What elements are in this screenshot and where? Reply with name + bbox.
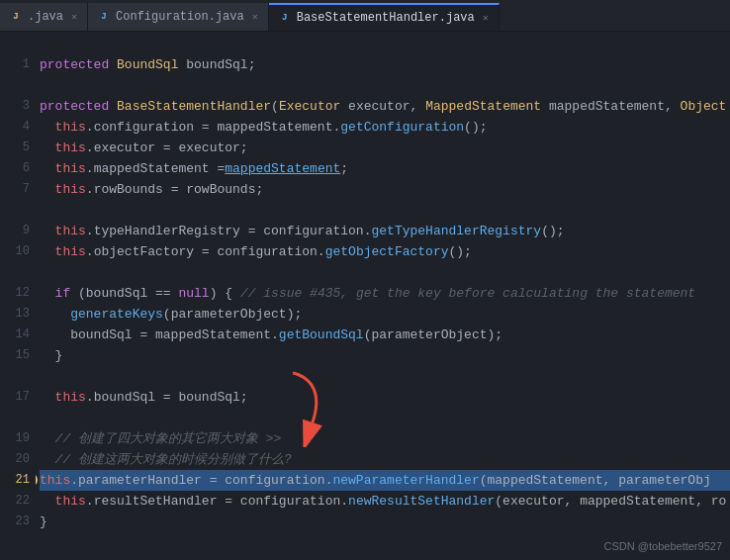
keyword: protected (40, 96, 109, 117)
code-token: newParameterHandler (332, 470, 479, 491)
code-token (40, 387, 55, 408)
keyword: null (178, 283, 209, 304)
tab-label: Configuration.java (116, 10, 244, 24)
code-token: mappedStatement, (541, 96, 680, 117)
code-line: this .mappedStatement = mappedStatement … (40, 158, 730, 179)
code-line (40, 75, 730, 96)
code-token: .objectFactory = configuration. (86, 241, 325, 262)
code-token: } (40, 345, 62, 366)
code-line: if (boundSql == null ) { // issue #435, … (40, 283, 730, 304)
tab-close[interactable]: ✕ (483, 12, 489, 24)
code-line: // 创建这两大对象的时候分别做了什么? (40, 449, 730, 470)
code-token (109, 54, 117, 75)
code-token: (mappedStatement, parameterObj (480, 470, 711, 491)
tab-close[interactable]: ✕ (252, 11, 258, 23)
code-token: this (55, 221, 86, 241)
watermark: CSDN @tobebetter9527 (604, 540, 722, 552)
ln: 10 (0, 241, 30, 262)
code-token (40, 221, 55, 241)
code-line: } (40, 512, 730, 532)
code-token: this (55, 241, 86, 262)
code-line: protected BoundSql boundSql; (40, 54, 730, 75)
tab-bar: J .java ✕ J Configuration.java ✕ J BaseS… (0, 0, 730, 32)
code-line: // 创建了四大对象的其它两大对象 >> (40, 428, 730, 449)
ln: 23 (0, 512, 30, 532)
code-token: .rowBounds = rowBounds; (86, 179, 263, 200)
code-token: (parameterObject); (163, 304, 302, 325)
code-token (109, 96, 117, 117)
code-token (40, 491, 55, 512)
code-token[interactable]: mappedStatement (225, 158, 340, 179)
ln: 6 (0, 158, 30, 179)
code-token: this (55, 117, 86, 138)
ln: 22 (0, 491, 30, 512)
ln: 17 (0, 387, 30, 408)
code-token: } (40, 512, 47, 532)
code-line: this .rowBounds = rowBounds; (40, 179, 730, 200)
code-token: getObjectFactory (325, 241, 449, 262)
code-token: (parameterObject); (364, 325, 502, 345)
code-token: getConfiguration (340, 117, 464, 138)
code-line: this .boundSql = boundSql; (40, 387, 730, 408)
code-token (40, 283, 55, 304)
line-numbers: 1 3 4 5 6 7 9 10 12 13 14 15 17 19 20 21… (0, 32, 36, 560)
code-line (40, 408, 730, 428)
ln: 4 (0, 117, 30, 138)
code-line: } (40, 345, 730, 366)
code-token: .typeHandlerRegistry = configuration. (86, 221, 372, 241)
code-token: newResultSetHandler (348, 491, 495, 512)
ln: 20 (0, 449, 30, 470)
tab-java[interactable]: J .java ✕ (0, 3, 88, 31)
code-token: executor, (340, 96, 425, 117)
code-token: .executor = executor; (86, 138, 248, 158)
code-token: this (55, 179, 86, 200)
code-token (40, 179, 55, 200)
tab-configuration[interactable]: J Configuration.java ✕ (88, 3, 269, 31)
code-token: Executor (279, 96, 340, 117)
java-icon: J (279, 12, 291, 24)
code-line: protected BaseStatementHandler ( Executo… (40, 96, 730, 117)
keyword: protected (40, 54, 109, 75)
code-token: BaseStatementHandler (117, 96, 271, 117)
ln (0, 366, 30, 387)
code-token: ( (271, 96, 279, 117)
code-line: this .resultSetHandler = configuration. … (40, 491, 730, 512)
code-token: getTypeHandlerRegistry (371, 221, 541, 241)
code-token: (); (464, 117, 487, 138)
code-token: (); (541, 221, 564, 241)
code-token: generateKeys (70, 304, 163, 325)
code-line (40, 34, 730, 54)
code-token: boundSql = mappedStatement. (40, 325, 279, 345)
code-token: .parameterHandler = configuration. (70, 470, 332, 491)
ln: 21 (0, 470, 30, 491)
ln (0, 34, 30, 54)
ln (0, 262, 30, 283)
ln (0, 75, 30, 96)
code-token (40, 158, 55, 179)
code-token (40, 304, 70, 325)
comment: // 创建了四大对象的其它两大对象 >> (40, 428, 281, 449)
editor-wrapper: protected BoundSql boundSql; protected B… (36, 32, 730, 560)
code-token: getBoundSql (279, 325, 364, 345)
java-icon: J (98, 11, 110, 23)
keyword: if (55, 283, 71, 304)
tab-close[interactable]: ✕ (71, 11, 77, 23)
code-token (40, 241, 55, 262)
ln: 3 (0, 96, 30, 117)
ln: 15 (0, 345, 30, 366)
ln: 12 (0, 283, 30, 304)
code-token: this (40, 470, 70, 491)
code-token: this (55, 158, 86, 179)
code-line: this .objectFactory = configuration. get… (40, 241, 730, 262)
code-area: protected BoundSql boundSql; protected B… (36, 32, 730, 532)
warning-icon: ! (36, 473, 38, 487)
editor: 1 3 4 5 6 7 9 10 12 13 14 15 17 19 20 21… (0, 32, 730, 560)
code-line: this .executor = executor; (40, 138, 730, 158)
code-line: this .configuration = mappedStatement. g… (40, 117, 730, 138)
code-line (40, 262, 730, 283)
code-line: generateKeys (parameterObject); (40, 304, 730, 325)
code-token: (boundSql == (70, 283, 178, 304)
ln: 1 (0, 54, 30, 75)
code-line (40, 200, 730, 221)
tab-basestatementhandler[interactable]: J BaseStatementHandler.java ✕ (269, 3, 500, 31)
